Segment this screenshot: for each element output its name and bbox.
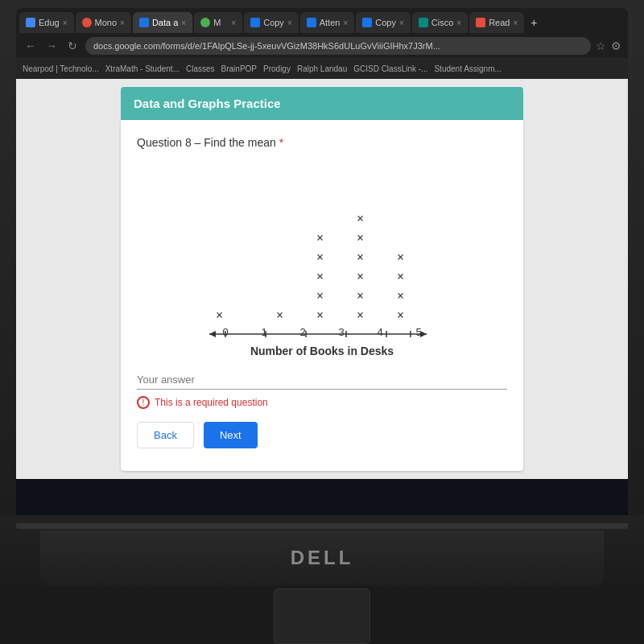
tab-bar: Edug × Mono × Data a × M × [16, 8, 628, 34]
bookmark-ralph[interactable]: Ralph Landau [297, 64, 347, 73]
tab-cisco[interactable]: Cisco × [412, 12, 468, 33]
tab-atten[interactable]: Atten × [300, 12, 355, 33]
plot-title: Number of Books in Desks [250, 345, 394, 357]
required-marker: * [279, 136, 283, 149]
x-mark: × [357, 250, 364, 265]
tab-close-icon[interactable]: × [287, 19, 292, 27]
address-input[interactable] [85, 37, 591, 55]
back-nav-button[interactable]: ← [23, 39, 39, 52]
tab-close-icon[interactable]: × [513, 19, 518, 27]
x-mark: × [397, 308, 404, 323]
dot-plot-container: × × × × × × × × × [137, 162, 507, 357]
error-message: ! This is a required question [137, 396, 507, 409]
laptop-bottom: DELL [0, 515, 644, 644]
svg-marker-2 [209, 331, 216, 337]
tab-mono[interactable]: Mono × [76, 12, 131, 33]
x-mark: × [397, 289, 404, 303]
x-mark: × [357, 270, 364, 284]
laptop-hinge [16, 523, 628, 529]
tab-edug[interactable]: Edug × [19, 12, 74, 33]
x-mark: × [357, 289, 364, 303]
tab-copy1[interactable]: Copy × [244, 12, 299, 33]
tab-close-icon[interactable]: × [399, 19, 404, 27]
form-header: Data and Graphs Practice [121, 87, 523, 120]
address-bar: ← → ↻ ☆ ⚙ [16, 34, 628, 58]
bookmark-student[interactable]: Student Assignm... [434, 64, 501, 73]
x-mark: × [316, 289, 324, 303]
svg-marker-1 [420, 331, 427, 337]
form-container: Data and Graphs Practice Question 8 – Fi… [113, 79, 531, 479]
x-mark: × [397, 250, 404, 265]
refresh-button[interactable]: ↻ [64, 39, 80, 52]
tab-data[interactable]: Data a × [133, 12, 192, 33]
bookmark-prodigy[interactable]: Prodigy [263, 64, 291, 73]
number-line-svg [201, 326, 435, 342]
tab-close-icon[interactable]: × [120, 19, 125, 27]
tab-close-icon[interactable]: × [456, 19, 461, 27]
nav-buttons: Back Next [137, 409, 507, 455]
tab-close-icon[interactable]: × [231, 19, 236, 27]
page-content: Data and Graphs Practice Question 8 – Fi… [16, 79, 628, 479]
x-mark: × [397, 270, 404, 284]
x-mark: × [316, 231, 324, 246]
extensions-icon[interactable]: ⚙ [611, 39, 621, 52]
page-wrapper: Data and Graphs Practice Question 8 – Fi… [16, 79, 628, 479]
x-mark: × [357, 308, 364, 323]
tab-copy2[interactable]: Copy × [356, 12, 411, 33]
plot-area: × × × × × × × × × [201, 162, 443, 323]
dell-logo: DELL [291, 547, 354, 569]
bookmark-nearpod[interactable]: Nearpod | Technolo... [23, 64, 99, 73]
laptop-base: DELL [40, 530, 604, 585]
bookmark-gcisd[interactable]: GCISD ClassLink -... [353, 64, 427, 73]
touchpad[interactable] [274, 588, 370, 644]
next-button[interactable]: Next [204, 422, 258, 448]
answer-section: ! This is a required question [137, 370, 507, 409]
question-title: Question 8 – Find the mean * [137, 136, 507, 149]
bookmark-classes[interactable]: Classes [186, 64, 215, 73]
bookmarks-bar: Nearpod | Technolo... XtraMath - Student… [16, 58, 628, 79]
browser-chrome: Edug × Mono × Data a × M × [16, 8, 628, 79]
tab-read[interactable]: Read × [469, 12, 524, 33]
x-mark: × [216, 308, 223, 323]
bookmark-brainpop[interactable]: BrainPOP [221, 64, 257, 73]
tab-m[interactable]: M × [194, 12, 242, 33]
x-mark: × [357, 212, 364, 226]
x-mark: × [276, 308, 283, 323]
tab-close-icon[interactable]: × [181, 19, 186, 27]
new-tab-button[interactable]: + [526, 14, 542, 31]
screen: Edug × Mono × Data a × M × [16, 8, 628, 515]
bookmark-star-icon[interactable]: ☆ [596, 39, 606, 52]
answer-input[interactable] [137, 370, 507, 390]
forward-nav-button[interactable]: → [43, 39, 60, 52]
error-icon: ! [137, 396, 150, 409]
tab-close-icon[interactable]: × [63, 19, 68, 27]
bookmark-xtramath[interactable]: XtraMath - Student... [105, 64, 180, 73]
x-mark: × [316, 308, 324, 323]
form-title: Data and Graphs Practice [134, 97, 281, 110]
tab-close-icon[interactable]: × [343, 19, 348, 27]
x-mark: × [316, 270, 324, 284]
form-card: Question 8 – Find the mean * × × [121, 120, 523, 471]
x-mark: × [316, 250, 324, 265]
back-button[interactable]: Back [137, 422, 194, 448]
x-mark: × [357, 231, 364, 246]
